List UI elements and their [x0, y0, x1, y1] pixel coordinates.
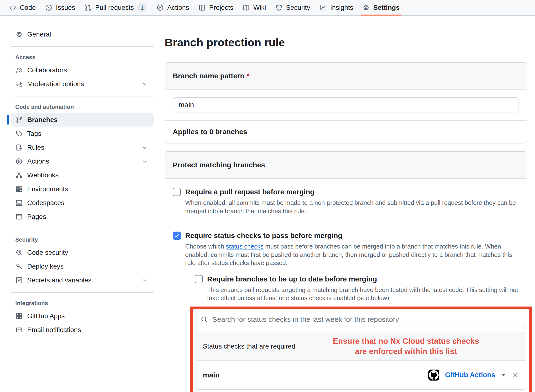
remove-status-check-button[interactable]: [512, 371, 519, 379]
annotation-note-line1: Ensure that no Nx Cloud status checks: [295, 336, 517, 346]
sidebar-item-label: Environments: [27, 185, 68, 193]
sidebar-item-email-notifications[interactable]: Email notifications: [11, 323, 154, 337]
require-pull-request-checkbox[interactable]: [173, 188, 181, 196]
sidebar-item-label: Code security: [27, 249, 68, 256]
tab-wiki[interactable]: Wiki: [238, 0, 271, 15]
github-actions-avatar: [428, 370, 439, 381]
settings-sidebar: General Access Collaborators Moderation …: [0, 16, 157, 392]
sidebar-item-codespaces[interactable]: Codespaces: [11, 196, 154, 210]
status-checks-search-input[interactable]: [212, 315, 521, 324]
tab-actions[interactable]: Actions: [152, 0, 194, 15]
sidebar-item-environments[interactable]: Environments: [11, 182, 154, 196]
tab-projects[interactable]: Projects: [194, 0, 238, 15]
sidebar-item-label: Webhooks: [27, 171, 59, 179]
caret-down-icon: [501, 373, 506, 377]
sidebar-item-tags[interactable]: Tags: [11, 127, 154, 140]
sidebar-item-label: Branches: [27, 116, 58, 124]
webhook-icon: [15, 171, 23, 179]
sidebar-section-code-and-automation: Code and automation: [7, 104, 157, 110]
sidebar-item-label: Tags: [27, 130, 41, 138]
status-checks-search: [196, 312, 526, 327]
sidebar-item-branches[interactable]: Branches: [11, 113, 154, 127]
require-pull-request-row: Require a pull request before merging Wh…: [165, 179, 527, 222]
require-up-to-date-option: Require branches to be up to date before…: [195, 274, 519, 302]
tab-pull-requests[interactable]: Pull requests 1: [80, 0, 152, 15]
sidebar-item-label: Secrets and variables: [27, 276, 91, 284]
sidebar-item-general[interactable]: General: [11, 28, 154, 41]
mail-icon: [15, 326, 23, 334]
page-title: Branch protection rule: [165, 36, 527, 49]
require-status-checks-label: Require status checks to pass before mer…: [185, 231, 519, 240]
branch-name-pattern-card: Branch name pattern* Applies to 0 branch…: [165, 62, 527, 143]
codespaces-icon: [15, 199, 23, 207]
issue-icon: [45, 4, 52, 11]
tab-projects-label: Projects: [209, 4, 233, 11]
sidebar-item-actions[interactable]: Actions: [11, 155, 154, 168]
key-icon: [15, 263, 23, 270]
sidebar-item-label: GitHub Apps: [27, 312, 65, 320]
sidebar-item-github-apps[interactable]: GitHub Apps: [11, 309, 154, 323]
pull-requests-count-badge: 1: [137, 3, 147, 12]
sidebar-item-label: Collaborators: [27, 66, 67, 74]
git-branch-icon: [15, 116, 23, 124]
status-checks-link[interactable]: status checks: [226, 243, 264, 250]
require-status-checks-checkbox[interactable]: [173, 232, 181, 240]
play-circle-icon: [156, 4, 164, 11]
sidebar-item-moderation-options[interactable]: Moderation options: [11, 77, 154, 91]
sidebar-item-label: Rules: [27, 144, 44, 151]
tab-code[interactable]: Code: [4, 0, 40, 15]
tab-issues[interactable]: Issues: [40, 0, 80, 15]
projects-table-icon: [198, 4, 206, 11]
branch-name-pattern-header: Branch name pattern*: [165, 63, 527, 90]
chevron-down-icon: [141, 158, 148, 165]
sidebar-item-label: General: [27, 31, 51, 38]
sidebar-item-pages[interactable]: Pages: [11, 210, 154, 223]
sidebar-section-access: Access: [7, 54, 157, 61]
sidebar-item-collaborators[interactable]: Collaborators: [11, 64, 154, 77]
sidebar-item-rules[interactable]: Rules: [11, 141, 154, 154]
asterisk-box-icon: [15, 276, 23, 284]
require-up-to-date-label: Require branches to be up to date before…: [207, 274, 519, 284]
require-up-to-date-checkbox[interactable]: [195, 275, 203, 283]
sidebar-item-code-security[interactable]: Code security: [11, 246, 154, 259]
tab-security[interactable]: Security: [271, 0, 315, 15]
code-scan-icon: [15, 249, 23, 256]
annotation-note: Ensure that no Nx Cloud status checks ar…: [295, 336, 519, 357]
code-icon: [9, 4, 16, 11]
tab-settings[interactable]: Settings: [358, 0, 404, 15]
chevron-down-icon: [141, 277, 148, 284]
gear-icon: [15, 31, 23, 38]
annotation-rectangle: Status checks that are required Ensure t…: [190, 307, 532, 392]
tab-insights[interactable]: Insights: [315, 0, 358, 15]
status-check-dropdown-button[interactable]: [501, 373, 506, 377]
sidebar-item-webhooks[interactable]: Webhooks: [11, 169, 154, 182]
branch-name-pattern-input[interactable]: [173, 97, 519, 112]
search-icon: [200, 316, 208, 323]
sidebar-divider: [11, 292, 154, 293]
sidebar-divider: [11, 229, 154, 229]
github-actions-link[interactable]: GitHub Actions: [445, 371, 495, 379]
play-circle-icon: [15, 158, 23, 165]
branch-name-pattern-label: Branch name pattern: [173, 72, 244, 80]
environments-icon: [15, 185, 23, 193]
sidebar-item-label: Moderation options: [27, 80, 84, 88]
people-icon: [15, 66, 23, 74]
require-pull-request-label: Require a pull request before merging: [185, 187, 519, 197]
status-checks-list-header: Status checks that are required Ensure t…: [196, 332, 526, 361]
required-status-checks-list: Status checks that are required Ensure t…: [196, 332, 526, 390]
book-icon: [242, 4, 250, 11]
apps-grid-icon: [15, 312, 23, 320]
rules-icon: [15, 144, 23, 151]
tag-icon: [15, 130, 23, 138]
sidebar-item-deploy-keys[interactable]: Deploy keys: [11, 260, 154, 273]
applies-to-branches: Applies to 0 branches: [165, 120, 527, 143]
chevron-down-icon: [141, 144, 148, 151]
sidebar-item-secrets-and-variables[interactable]: Secrets and variables: [11, 274, 154, 287]
description-text: Choose which: [185, 243, 226, 250]
tab-settings-label: Settings: [373, 4, 399, 11]
status-check-row: main GitHub Actions: [196, 361, 526, 389]
require-status-checks-description: Choose which status checks must pass bef…: [185, 242, 519, 267]
require-up-to-date-description: This ensures pull requests targeting a m…: [207, 286, 519, 302]
sidebar-section-security: Security: [7, 236, 157, 243]
sidebar-item-label: Pages: [27, 213, 46, 221]
